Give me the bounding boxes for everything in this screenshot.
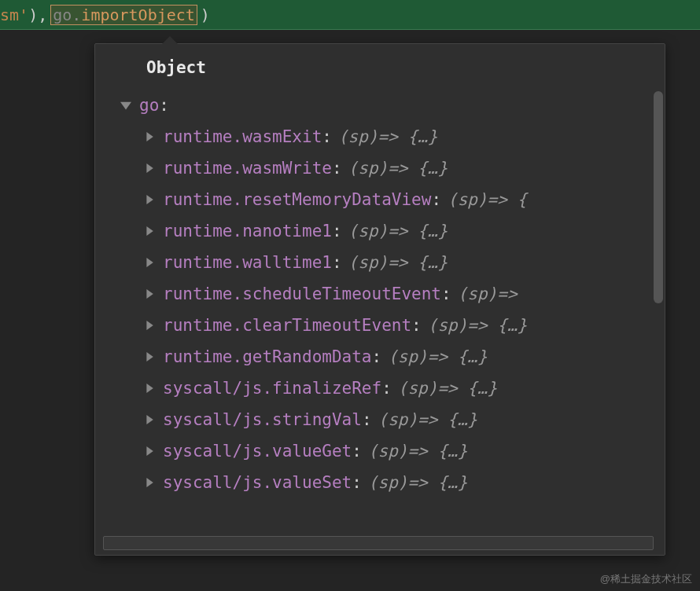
chevron-right-icon[interactable] — [142, 350, 157, 364]
svg-marker-5 — [146, 258, 153, 267]
func-body-preview: => {…} — [378, 127, 438, 146]
tree-row[interactable]: runtime.scheduleTimeoutEvent: (sp) => — [119, 278, 665, 310]
tree-row[interactable]: runtime.getRandomData: (sp) => {…} — [119, 341, 665, 373]
prop-name: runtime.scheduleTimeoutEvent — [163, 284, 441, 303]
prop-name: runtime.resetMemoryDataView — [163, 190, 431, 209]
prop-colon: : — [332, 253, 342, 272]
svg-marker-6 — [146, 289, 153, 299]
tree-row-root[interactable]: go: — [119, 90, 665, 121]
tree-row[interactable]: runtime.wasmWrite: (sp) => {…} — [119, 152, 665, 184]
scrollbar-horizontal[interactable] — [103, 536, 654, 550]
object-inspector-tooltip: Object go: runtime.wasmExit: (sp) => {…}… — [94, 43, 665, 556]
func-body-preview: => {…} — [418, 410, 477, 429]
chevron-right-icon[interactable] — [142, 444, 157, 458]
func-body-preview: => {…} — [428, 347, 488, 366]
highlighted-expression[interactable]: go.importObject — [50, 5, 197, 25]
close-paren-1: ) — [28, 6, 38, 24]
func-signature: (sp) — [378, 410, 418, 429]
prop-name: runtime.getRandomData — [163, 347, 372, 366]
prop-colon: : — [362, 410, 372, 429]
func-body-preview: => {…} — [388, 253, 448, 272]
func-signature: (sp) — [458, 284, 498, 303]
svg-marker-3 — [146, 195, 153, 204]
svg-marker-7 — [146, 321, 153, 330]
code-string-fragment: sm' — [0, 6, 28, 24]
tree-row[interactable]: runtime.resetMemoryDataView: (sp) => { — [119, 184, 665, 215]
prop-name: syscall/js.valueGet — [163, 442, 352, 461]
chevron-right-icon[interactable] — [142, 130, 157, 144]
prop-colon: : — [332, 159, 342, 178]
tooltip-content: go: runtime.wasmExit: (sp) => {…}runtime… — [95, 88, 665, 555]
tree-row[interactable]: syscall/js.stringVal: (sp) => {…} — [119, 404, 665, 435]
prop-colon: : — [411, 316, 422, 335]
tree-row[interactable]: runtime.clearTimeoutEvent: (sp) => {…} — [119, 310, 665, 341]
identifier-importObject: importObject — [81, 6, 195, 24]
chevron-right-icon[interactable] — [142, 255, 157, 270]
tooltip-title: Object — [95, 44, 665, 88]
func-signature: (sp) — [448, 190, 488, 209]
tree-row[interactable]: runtime.wasmExit: (sp) => {…} — [119, 121, 665, 152]
func-signature: (sp) — [388, 347, 428, 366]
chevron-right-icon[interactable] — [142, 381, 157, 395]
chevron-right-icon[interactable] — [142, 193, 157, 207]
chevron-down-icon[interactable] — [119, 98, 133, 112]
chevron-right-icon[interactable] — [142, 224, 157, 238]
prop-name: runtime.walltime1 — [163, 253, 332, 272]
prop-name: runtime.wasmWrite — [163, 159, 332, 178]
code-line: sm' ) , go.importObject ) — [0, 0, 700, 30]
chevron-right-icon[interactable] — [142, 413, 157, 427]
prop-colon: : — [322, 127, 332, 146]
tree-row[interactable]: runtime.nanotime1: (sp) => {…} — [119, 215, 665, 247]
prop-colon: : — [352, 442, 362, 461]
comma: , — [38, 6, 47, 24]
func-body-preview: => {…} — [407, 473, 467, 492]
func-body-preview: => — [497, 284, 517, 303]
func-signature: (sp) — [428, 316, 468, 335]
chevron-right-icon[interactable] — [142, 287, 157, 301]
prop-colon: : — [381, 379, 392, 398]
svg-marker-2 — [146, 163, 153, 173]
svg-marker-9 — [146, 384, 153, 393]
svg-marker-10 — [146, 415, 153, 424]
identifier-go: go — [53, 6, 72, 24]
scrollbar-vertical[interactable] — [654, 91, 663, 303]
svg-marker-4 — [146, 226, 153, 236]
tooltip-arrow — [162, 36, 178, 44]
tree-row[interactable]: syscall/js.finalizeRef: (sp) => {…} — [119, 373, 665, 404]
prop-colon: : — [372, 347, 382, 366]
func-signature: (sp) — [348, 159, 389, 178]
watermark: @稀土掘金技术社区 — [600, 572, 692, 586]
prop-colon: : — [332, 222, 342, 240]
prop-colon: : — [431, 190, 441, 209]
dot-accessor: . — [72, 6, 81, 24]
prop-name: syscall/js.stringVal — [163, 410, 362, 429]
prop-colon: : — [159, 96, 169, 115]
svg-marker-1 — [146, 132, 153, 141]
tree-row[interactable]: syscall/js.valueGet: (sp) => {…} — [119, 435, 665, 467]
prop-colon: : — [352, 473, 362, 492]
chevron-right-icon[interactable] — [142, 161, 157, 175]
prop-name: runtime.wasmExit — [163, 127, 322, 146]
tree-row[interactable]: runtime.walltime1: (sp) => {…} — [119, 247, 665, 278]
func-signature: (sp) — [348, 253, 389, 272]
func-signature: (sp) — [338, 127, 378, 146]
prop-name: syscall/js.finalizeRef — [163, 379, 381, 398]
func-body-preview: => {…} — [388, 222, 448, 240]
prop-name: runtime.nanotime1 — [163, 222, 332, 240]
svg-marker-11 — [146, 446, 153, 456]
tree-row[interactable]: syscall/js.valueSet: (sp) => {…} — [119, 467, 665, 498]
chevron-right-icon[interactable] — [142, 318, 157, 332]
tree-root: go: runtime.wasmExit: (sp) => {…}runtime… — [95, 88, 665, 498]
func-body-preview: => {…} — [467, 316, 527, 335]
svg-marker-0 — [120, 102, 131, 110]
prop-name: runtime.clearTimeoutEvent — [163, 316, 411, 335]
chevron-right-icon[interactable] — [142, 475, 157, 490]
func-signature: (sp) — [348, 222, 389, 240]
prop-name-root: go — [139, 96, 159, 115]
func-body-preview: => {…} — [437, 379, 497, 398]
svg-marker-8 — [146, 352, 153, 362]
svg-marker-12 — [146, 478, 153, 487]
prop-name: syscall/js.valueSet — [163, 473, 352, 492]
func-body-preview: => {…} — [407, 442, 467, 461]
func-signature: (sp) — [368, 473, 408, 492]
